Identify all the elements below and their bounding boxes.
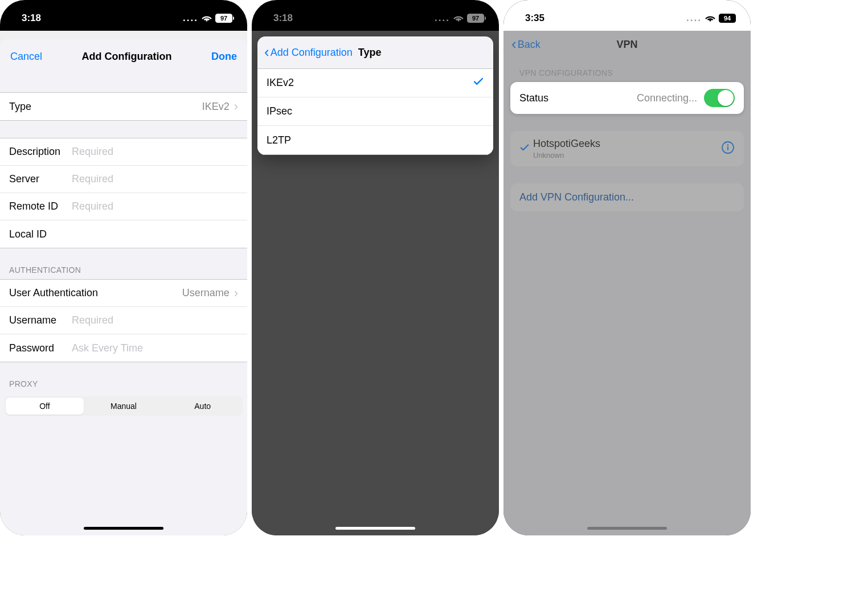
proxy-header: PROXY <box>0 362 247 393</box>
status-toggle[interactable] <box>704 89 735 107</box>
vpn-entry-card: HotspotiGeeks Unknown <box>510 131 744 166</box>
page-title: Add Configuration <box>82 51 172 63</box>
status-right: .... 97 <box>435 14 484 23</box>
status-bar: 3:18 .... 97 <box>0 0 247 31</box>
password-input[interactable] <box>72 342 238 354</box>
local-id-row[interactable]: Local ID <box>0 220 247 248</box>
local-id-input[interactable] <box>72 228 238 240</box>
password-row[interactable]: Password <box>0 334 247 362</box>
description-row[interactable]: Description <box>0 138 247 166</box>
done-button[interactable]: Done <box>211 51 237 63</box>
type-value: IKEv2 › <box>202 101 238 113</box>
page-title: VPN <box>503 39 751 51</box>
local-id-label: Local ID <box>9 228 72 240</box>
vpn-entry-name: HotspotiGeeks <box>533 138 721 150</box>
home-indicator[interactable] <box>84 527 163 530</box>
battery-icon: 97 <box>215 14 232 23</box>
status-right: .... 97 <box>183 14 232 23</box>
vpn-entry[interactable]: HotspotiGeeks Unknown <box>510 131 744 166</box>
check-icon <box>519 142 533 155</box>
status-bar: 3:18 .... 97 <box>252 0 499 31</box>
status-label: Status <box>519 92 548 104</box>
proxy-auto[interactable]: Auto <box>163 398 241 415</box>
user-auth-value: Username › <box>182 287 238 299</box>
status-value: Connecting... <box>637 92 697 104</box>
server-row[interactable]: Server <box>0 166 247 193</box>
status-right: .... 94 <box>686 14 736 23</box>
type-option-ipsec[interactable]: IPsec <box>257 97 493 126</box>
proxy-manual[interactable]: Manual <box>85 398 163 415</box>
password-label: Password <box>9 342 72 354</box>
status-row[interactable]: Status Connecting... <box>510 82 744 114</box>
remote-id-input[interactable] <box>72 200 238 212</box>
status-card: Status Connecting... <box>510 82 744 114</box>
popover-title: Type <box>358 47 382 59</box>
type-label: Type <box>9 101 72 113</box>
server-input[interactable] <box>72 173 238 185</box>
wifi-icon <box>705 14 715 22</box>
proxy-segmented[interactable]: Off Manual Auto <box>5 396 243 416</box>
popover-nav: ‹ Add Configuration Type <box>257 36 493 68</box>
wifi-icon <box>202 14 212 22</box>
server-label: Server <box>9 173 72 185</box>
status-time: 3:35 <box>525 13 544 24</box>
user-auth-label: User Authentication <box>9 287 98 299</box>
description-input[interactable] <box>72 146 238 158</box>
proxy-off[interactable]: Off <box>6 398 84 415</box>
username-label: Username <box>9 314 72 326</box>
username-row[interactable]: Username <box>0 307 247 334</box>
sheet-nav: Cancel Add Configuration Done <box>0 39 247 75</box>
type-option-l2tp[interactable]: L2TP <box>257 126 493 154</box>
type-popover: ‹ Add Configuration Type IKEv2 IPsec L2T… <box>257 36 493 155</box>
wifi-icon <box>453 14 464 22</box>
user-auth-row[interactable]: User Authentication Username › <box>0 280 247 307</box>
remote-id-label: Remote ID <box>9 200 72 212</box>
screen-vpn: 3:35 .... 94 ‹ Back VPN VPN CONFIGURATIO… <box>503 0 751 535</box>
configs-header: VPN CONFIGURATIONS <box>503 58 751 82</box>
add-vpn-card: Add VPN Configuration... <box>510 183 744 211</box>
status-time: 3:18 <box>22 13 41 24</box>
battery-icon: 97 <box>467 14 484 23</box>
description-label: Description <box>9 146 72 158</box>
info-icon[interactable] <box>721 141 735 157</box>
username-input[interactable] <box>72 314 238 326</box>
back-button[interactable]: ‹ Add Configuration <box>264 47 353 59</box>
type-option-ikev2[interactable]: IKEv2 <box>257 69 493 97</box>
check-icon <box>473 76 484 90</box>
type-row[interactable]: Type IKEv2 › <box>0 93 247 120</box>
add-vpn-button[interactable]: Add VPN Configuration... <box>510 183 744 211</box>
cancel-button[interactable]: Cancel <box>10 51 42 63</box>
vpn-entry-sub: Unknown <box>533 151 721 159</box>
screen-type-picker: 3:18 .... 97 ‹ Add Configuration Type IK… <box>252 0 499 535</box>
battery-icon: 94 <box>719 14 736 23</box>
screen-add-configuration: 3:18 .... 97 Cancel Add Configuration Do… <box>0 0 247 535</box>
svg-point-1 <box>727 144 729 146</box>
home-indicator[interactable] <box>587 527 667 530</box>
status-time: 3:18 <box>273 13 293 24</box>
svg-rect-2 <box>727 146 728 150</box>
vpn-nav: ‹ Back VPN <box>503 31 751 58</box>
home-indicator[interactable] <box>335 527 415 530</box>
add-config-sheet: Cancel Add Configuration Done Type IKEv2… <box>0 39 247 535</box>
remote-id-row[interactable]: Remote ID <box>0 193 247 220</box>
auth-header: AUTHENTICATION <box>0 248 247 279</box>
status-bar: 3:35 .... 94 <box>503 0 751 31</box>
